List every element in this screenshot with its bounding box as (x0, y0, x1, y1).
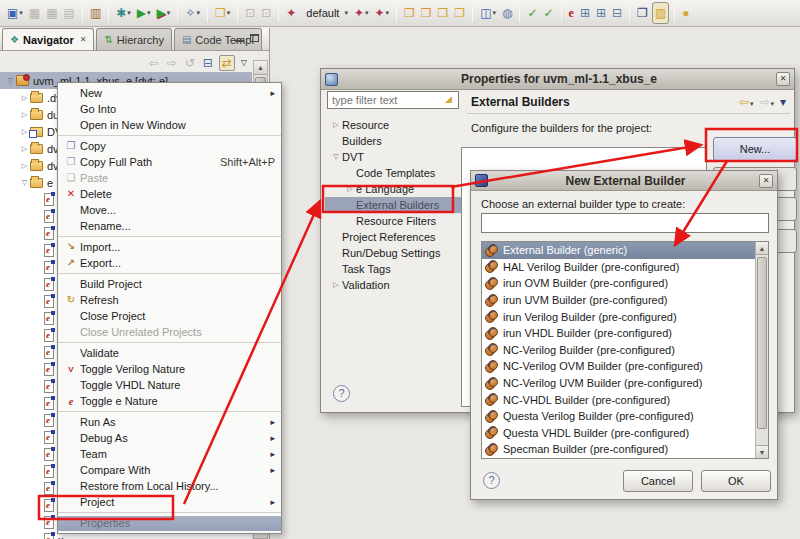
preference-tree-row[interactable]: Task Tags (325, 261, 461, 277)
builder-row[interactable]: Specman Builder (pre-configured) (482, 441, 755, 458)
prev-annotation-icon[interactable]: ⊡ (243, 2, 257, 24)
scroll-up-icon[interactable]: ▲ (254, 61, 267, 75)
preference-tree-row[interactable]: DVT (325, 149, 461, 165)
run-history-icon[interactable]: ▶ ▾ (155, 2, 173, 24)
builder-row[interactable]: HAL Verilog Builder (pre-configured) (482, 259, 755, 276)
browser-icon[interactable]: ◍ (500, 2, 514, 24)
expand-all-icon[interactable]: ⊞ (594, 2, 608, 24)
menu-item[interactable]: Run As ▸ (58, 414, 281, 430)
menu-item[interactable]: Project ▸ (58, 494, 281, 510)
open-resource-icon[interactable]: ❒ ▾ (213, 2, 232, 24)
preference-tree-row[interactable]: External Builders (325, 197, 461, 213)
builder-row[interactable]: irun OVM Builder (pre-configured) (482, 275, 755, 292)
key-icon[interactable]: ✦ (284, 2, 298, 24)
help-button[interactable]: ? (483, 472, 500, 489)
tree-twistie-icon[interactable] (330, 153, 342, 161)
menu-item[interactable] (58, 234, 281, 239)
builder-row[interactable]: Questa Verilog Builder (pre-configured) (482, 408, 755, 425)
builder-row[interactable]: NC-Verilog OVM Builder (pre-configured) (482, 358, 755, 375)
menu-item[interactable]: Toggle e Nature (58, 393, 281, 409)
uvm-check-icon[interactable]: ✓ (525, 2, 539, 24)
preference-tree-row[interactable]: Resource (325, 117, 461, 133)
menu-item[interactable]: Restore from Local History... (58, 478, 281, 494)
menu-item[interactable]: Copy Full Path Shift+Alt+P (58, 154, 281, 170)
print-icon[interactable]: ▤ (62, 2, 77, 24)
menu-item[interactable] (58, 340, 281, 345)
menu-item[interactable]: Debug As ▸ (58, 430, 281, 446)
builder-row[interactable]: irun Verilog Builder (pre-configured) (482, 308, 755, 325)
view-tab[interactable]: ⇅ Hierarchy (96, 28, 171, 50)
tree-twistie-icon[interactable] (19, 145, 30, 153)
view-tab[interactable]: ❖ Navigator ✕ (2, 28, 94, 50)
link-editor-icon[interactable]: ⇄ (219, 55, 235, 71)
search-icon[interactable]: ✧ ▾ (183, 2, 202, 24)
tree-twistie-icon[interactable] (344, 185, 356, 193)
preference-tree-row[interactable]: Validation (325, 277, 461, 293)
e-editor-icon[interactable]: e (567, 2, 576, 24)
highlight-icon[interactable]: ▨ (652, 2, 669, 24)
tree-twistie-icon[interactable] (19, 94, 30, 102)
preference-tree-row[interactable]: Builders (325, 133, 461, 149)
tree-twistie-icon[interactable] (330, 281, 342, 289)
stack-icon[interactable]: ❐ (635, 2, 650, 24)
menu-item[interactable]: Close Project (58, 308, 281, 324)
builder-row[interactable]: NC-Verilog Builder (pre-configured) (482, 342, 755, 359)
menu-item[interactable]: Validate (58, 345, 281, 361)
back-icon[interactable]: ⇦▾ (739, 95, 754, 109)
new-wizard-icon[interactable]: ▣ ▾ (5, 2, 25, 24)
close-dialog-icon[interactable]: ✕ (776, 72, 790, 86)
folder-t1-icon[interactable]: ❒ (402, 2, 417, 24)
run-icon[interactable]: ▶ ▾ (135, 2, 153, 24)
tree-twistie-icon[interactable] (330, 121, 342, 129)
folder-t4-icon[interactable]: ❒ (452, 2, 467, 24)
menu-item[interactable]: Import... (58, 239, 281, 255)
forward-icon[interactable]: ⇨ (165, 56, 179, 70)
key2-icon[interactable]: ✦ ▾ (352, 2, 371, 24)
debug-icon[interactable]: ✱ ▾ (114, 2, 133, 24)
menu-item[interactable]: Close Unrelated Projects (58, 324, 281, 340)
builder-filter-input[interactable] (481, 213, 769, 233)
collapse-all-icon[interactable]: ⊟ (610, 2, 624, 24)
new-builder-button[interactable]: New... (713, 137, 797, 161)
clear-filter-icon[interactable]: ◢ (445, 94, 452, 104)
filter-input[interactable] (327, 91, 459, 109)
new-dialog-titlebar[interactable]: New External Builder ✕ (471, 171, 777, 191)
menu-item[interactable]: Team ▸ (58, 446, 281, 462)
menu-item[interactable]: Compare With ▸ (58, 462, 281, 478)
properties-dialog-titlebar[interactable]: Properties for uvm_ml-1.1_xbus_e ✕ (321, 69, 794, 90)
preference-tree-row[interactable]: Code Templates (325, 165, 461, 181)
builder-row[interactable]: NC-Verilog UVM Builder (pre-configured) (482, 375, 755, 392)
close-dialog-icon[interactable]: ✕ (759, 174, 773, 188)
preference-tree-row[interactable]: e Language (325, 181, 461, 197)
preference-tree-row[interactable]: Run/Debug Settings (325, 245, 461, 261)
view-menu-icon[interactable]: ▾ (780, 95, 786, 109)
forward-icon[interactable]: ⇨▾ (759, 95, 774, 109)
menu-item[interactable]: Properties (58, 515, 281, 531)
menu-item[interactable]: Copy (58, 138, 281, 154)
minimize-view-icon[interactable] (235, 34, 244, 42)
preference-tree-row[interactable]: Resource Filters (325, 213, 461, 229)
menu-item[interactable]: Delete (58, 186, 281, 202)
menu-item[interactable]: Build Project (58, 276, 281, 292)
menu-item[interactable]: New ▸ (58, 85, 281, 101)
menu-item[interactable] (58, 271, 281, 276)
save-all-icon[interactable]: ▦ (44, 2, 59, 24)
menu-item[interactable]: Open in New Window (58, 117, 281, 133)
builder-row[interactable]: irun UVM Builder (pre-configured) (482, 292, 755, 309)
build-icon[interactable]: ▥ (88, 2, 103, 24)
preference-tree-row[interactable]: Project References (325, 229, 461, 245)
help-button[interactable]: ? (333, 385, 350, 402)
menu-item[interactable] (58, 510, 281, 515)
view-menu-icon[interactable]: ▽ (239, 58, 249, 68)
folder-t2-icon[interactable]: ❒ (419, 2, 434, 24)
menu-item[interactable]: Go Into (58, 101, 281, 117)
ok-button[interactable]: OK (701, 470, 771, 492)
tree-twistie-icon[interactable] (19, 111, 30, 119)
scroll-up-icon[interactable]: ▲ (756, 242, 768, 255)
collapse-all-icon[interactable]: ⊟ (201, 56, 215, 70)
builder-row[interactable]: irun VHDL Builder (pre-configured) (482, 325, 755, 342)
menu-item[interactable]: Export... (58, 255, 281, 271)
folder-t3-icon[interactable]: ❒ (436, 2, 451, 24)
dvt-icon[interactable]: ● (680, 2, 691, 24)
ovm-check-icon[interactable]: ✓ (542, 2, 556, 24)
